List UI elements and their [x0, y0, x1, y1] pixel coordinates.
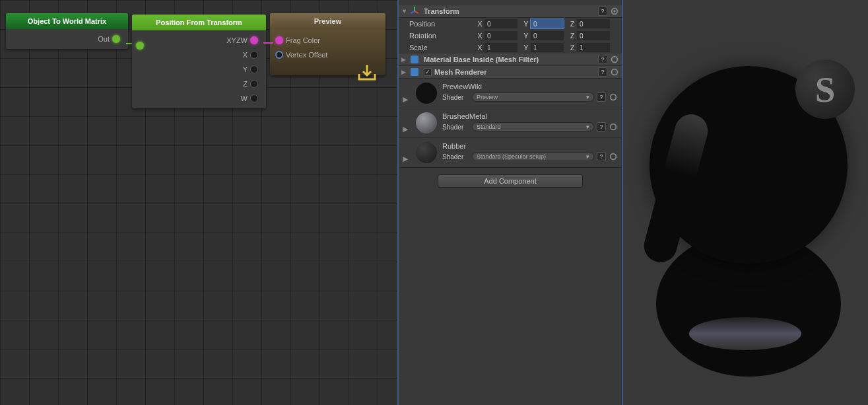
port-dot-in-icon[interactable] [136, 42, 144, 50]
rotation-z-input[interactable] [577, 31, 610, 40]
port-dot-icon[interactable] [250, 65, 258, 73]
port-x[interactable]: X [137, 48, 261, 62]
gear-icon[interactable] [610, 55, 619, 64]
component-title: Transform [424, 7, 597, 15]
add-component-button[interactable]: Add Component [438, 174, 583, 188]
node-title: Object To World Matrix [6, 13, 128, 29]
scale-x-input[interactable] [484, 43, 517, 52]
port-label: XYZW [226, 36, 248, 44]
foldout-icon[interactable]: ▼ [401, 8, 409, 15]
port-dot-out-icon[interactable] [112, 35, 120, 43]
material-name: PreviewWiki [442, 83, 618, 91]
foldout-icon[interactable]: ▶ [403, 155, 411, 163]
scale-y-input[interactable] [531, 43, 564, 52]
port-label: W [241, 94, 248, 102]
position-y-input[interactable] [531, 19, 564, 28]
shader-value: Preview [477, 94, 498, 100]
scale-z-input[interactable] [577, 43, 610, 52]
shader-dropdown[interactable]: Preview ▾ [472, 92, 594, 102]
port-in[interactable] [133, 38, 147, 53]
help-icon[interactable]: ? [597, 122, 606, 131]
material-preview-panel[interactable]: S [623, 0, 868, 405]
axis-label-x: X [475, 32, 484, 40]
port-dot-vertexoffset-icon[interactable] [275, 51, 283, 59]
port-vertex-offset[interactable]: Vertex Offset [273, 48, 327, 62]
material-sphere-icon [416, 142, 437, 163]
material-brushedmetal[interactable]: ▶ BrushedMetal Shader Standard ▾ ? [399, 108, 622, 138]
svg-point-4 [613, 10, 616, 13]
svg-point-6 [612, 57, 618, 63]
port-out[interactable]: Out [11, 32, 123, 46]
rotation-y-input[interactable] [531, 31, 564, 40]
node-title: Position From Transform [132, 15, 266, 30]
inspector-panel: ▼ Transform ? Position X Y Z Rotation X … [399, 0, 623, 405]
gear-icon[interactable] [609, 122, 618, 131]
rotation-x-input[interactable] [484, 31, 517, 40]
shader-label: Shader [442, 124, 472, 131]
help-icon[interactable]: ? [598, 67, 607, 77]
node-object-to-world-matrix[interactable]: Object To World Matrix Out [6, 13, 128, 49]
svg-point-9 [611, 94, 617, 100]
position-x-input[interactable] [484, 19, 517, 28]
axis-label-y: Y [521, 32, 531, 40]
help-icon[interactable]: ? [598, 55, 607, 64]
port-w[interactable]: W [137, 91, 261, 106]
svg-point-10 [611, 124, 617, 130]
enable-checkbox[interactable]: ✓ [424, 68, 432, 76]
shader-dropdown[interactable]: Standard ▾ [472, 122, 594, 131]
port-xyzw[interactable]: XYZW [137, 33, 261, 48]
axis-label-z: Z [568, 32, 577, 40]
help-icon[interactable]: ? [597, 152, 606, 161]
help-icon[interactable]: ? [598, 7, 607, 16]
svg-point-11 [611, 154, 617, 160]
material-rubber[interactable]: ▶ Rubber Shader Standard (Specular setup… [399, 138, 622, 168]
axis-label-y: Y [521, 44, 531, 52]
gear-icon[interactable] [609, 92, 618, 102]
svg-rect-5 [411, 55, 418, 63]
gear-icon[interactable] [610, 67, 619, 77]
transform-component-header[interactable]: ▼ Transform ? [399, 5, 622, 18]
node-position-from-transform[interactable]: Position From Transform XYZW X Y Z [132, 15, 266, 108]
scale-row: Scale X Y Z [399, 42, 622, 54]
shader-label: Shader [442, 153, 472, 161]
material-name: Rubber [442, 142, 618, 150]
component-title: Material Base Inside (Mesh Filter) [424, 55, 597, 63]
gear-icon[interactable] [610, 7, 619, 16]
foldout-icon[interactable]: ▶ [401, 56, 409, 63]
axis-label-y: Y [521, 20, 531, 28]
foldout-icon[interactable]: ▶ [403, 125, 411, 133]
port-dot-icon[interactable] [250, 94, 258, 102]
shader-dropdown[interactable]: Standard (Specular setup) ▾ [472, 152, 594, 161]
preview-rim [689, 317, 801, 350]
port-label: Z [243, 80, 248, 88]
port-y[interactable]: Y [137, 62, 261, 77]
download-icon[interactable] [356, 62, 378, 83]
mesh-filter-header[interactable]: ▶ Material Base Inside (Mesh Filter) ? [399, 54, 622, 66]
mesh-renderer-header[interactable]: ▶ ✓ Mesh Renderer ? [399, 66, 622, 79]
material-sphere-icon [416, 83, 437, 104]
foldout-icon[interactable]: ▶ [401, 69, 409, 75]
gear-icon[interactable] [609, 152, 618, 161]
help-icon[interactable]: ? [597, 92, 606, 102]
foldout-icon[interactable]: ▶ [403, 95, 411, 104]
chevron-down-icon: ▾ [586, 153, 589, 160]
shader-label: Shader [442, 94, 472, 101]
svg-rect-7 [411, 68, 418, 76]
material-name: BrushedMetal [442, 112, 618, 120]
port-label: Frag Color [286, 36, 320, 44]
node-graph-panel[interactable]: Object To World Matrix Out Position From… [0, 0, 399, 405]
port-dot-icon[interactable] [250, 80, 258, 88]
material-previewwiki[interactable]: ▶ PreviewWiki Shader Preview ▾ ? [399, 79, 622, 108]
node-preview[interactable]: Preview Frag Color Vertex Offset [270, 13, 385, 75]
port-label: Y [243, 65, 248, 73]
axis-label-z: Z [568, 20, 577, 28]
port-dot-fragcolor-icon[interactable] [275, 36, 283, 44]
port-frag-color[interactable]: Frag Color [273, 33, 320, 48]
port-z[interactable]: Z [137, 77, 261, 91]
port-dot-icon[interactable] [250, 51, 258, 59]
transform-icon [409, 6, 420, 17]
component-title: Mesh Renderer [434, 68, 597, 76]
port-dot-xyzw-icon[interactable] [250, 36, 258, 44]
position-z-input[interactable] [577, 19, 610, 28]
chevron-down-icon: ▾ [586, 94, 589, 100]
